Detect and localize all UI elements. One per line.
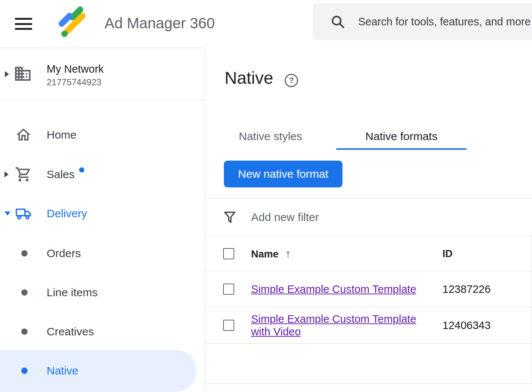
network-name: My Network xyxy=(47,63,104,75)
sidebar-item-creatives[interactable]: Creatives xyxy=(0,318,204,345)
tab-label: Native formats xyxy=(365,130,437,143)
bullet-icon xyxy=(21,250,28,257)
ad-manager-logo-icon xyxy=(55,5,90,39)
sidebar: My Network 21775744923 Home Sales Delive… xyxy=(0,48,204,392)
bullet-icon xyxy=(21,368,28,374)
bullet-icon xyxy=(21,290,28,296)
collapse-down-icon xyxy=(4,212,10,216)
sidebar-item-orders[interactable]: Orders xyxy=(0,240,204,267)
tab-native-styles[interactable]: Native styles xyxy=(224,123,317,150)
filter-icon xyxy=(222,210,237,225)
cart-icon xyxy=(15,166,32,183)
row-checkbox[interactable] xyxy=(223,320,234,331)
row-id: 12406343 xyxy=(442,319,491,331)
tab-native-formats[interactable]: Native formats xyxy=(336,123,467,150)
table-row: Simple Example Custom Template with Vide… xyxy=(204,307,532,344)
filter-bar[interactable]: Add new filter xyxy=(204,198,532,236)
search-input[interactable] xyxy=(358,16,532,28)
sidebar-item-sales[interactable]: Sales xyxy=(0,161,204,188)
notification-dot-icon xyxy=(79,167,84,173)
sidebar-item-label: Sales xyxy=(47,168,75,181)
sidebar-item-label: Delivery xyxy=(47,207,87,220)
select-all-checkbox[interactable] xyxy=(223,248,234,259)
filter-placeholder[interactable]: Add new filter xyxy=(251,211,319,224)
sidebar-item-line-items[interactable]: Line items xyxy=(0,279,204,306)
row-name-link[interactable]: Simple Example Custom Template with Vide… xyxy=(251,312,428,338)
tab-label: Native styles xyxy=(239,130,302,143)
row-id: 12387226 xyxy=(442,283,491,295)
sidebar-item-label: Native xyxy=(47,364,78,377)
column-header-name[interactable]: Name xyxy=(251,249,279,260)
tab-bar: Native styles Native formats xyxy=(224,123,467,150)
search-bar[interactable] xyxy=(313,3,532,40)
bullet-icon xyxy=(21,329,28,335)
new-native-format-button[interactable]: New native format xyxy=(224,161,342,187)
home-icon xyxy=(15,126,32,143)
sidebar-item-label: Orders xyxy=(47,247,81,260)
column-header-id[interactable]: ID xyxy=(442,248,453,259)
expand-right-icon xyxy=(4,171,9,177)
network-id: 21775744923 xyxy=(47,77,101,88)
top-app-bar: Ad Manager 360 xyxy=(0,0,532,48)
row-name-link[interactable]: Simple Example Custom Template xyxy=(251,282,416,295)
sort-ascending-icon[interactable]: ↑ xyxy=(285,247,291,260)
table-row: Simple Example Custom Template 12387226 xyxy=(204,271,532,307)
table-header-row: Name↑ ID xyxy=(204,236,532,271)
row-checkbox[interactable] xyxy=(223,284,234,295)
truck-icon xyxy=(15,205,32,222)
sidebar-item-label: Creatives xyxy=(47,325,94,338)
help-icon[interactable]: ? xyxy=(285,74,298,87)
menu-icon[interactable] xyxy=(15,18,32,30)
sidebar-item-label: Line items xyxy=(47,286,98,299)
page-title: Native xyxy=(225,68,273,88)
network-selector[interactable]: My Network 21775744923 xyxy=(0,48,204,100)
table-empty-row xyxy=(204,344,532,384)
native-formats-table: Name↑ ID Simple Example Custom Template … xyxy=(204,236,532,384)
app-title: Ad Manager 360 xyxy=(104,14,215,32)
main-content: Native ? Native styles Native formats Ne… xyxy=(204,48,532,392)
expand-right-icon xyxy=(5,71,9,77)
sidebar-item-native[interactable]: Native xyxy=(0,350,197,392)
sidebar-item-home[interactable]: Home xyxy=(0,121,204,148)
sidebar-item-label: Home xyxy=(47,129,76,141)
sidebar-item-delivery[interactable]: Delivery xyxy=(0,200,204,227)
search-icon xyxy=(330,14,345,29)
network-building-icon xyxy=(13,64,32,83)
